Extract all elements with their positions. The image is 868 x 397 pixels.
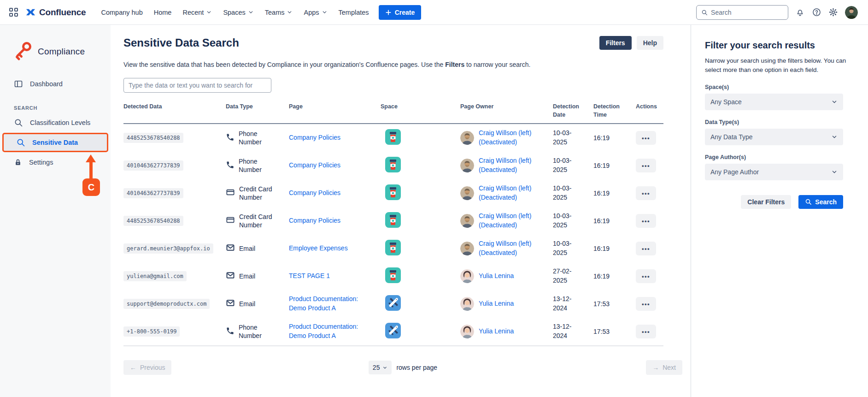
user-avatar[interactable]: [845, 6, 858, 19]
nav-item-label: Templates: [339, 9, 369, 16]
rows-per-page-select[interactable]: 25: [369, 361, 392, 374]
detected-data-cell: 4485253678540288: [123, 216, 226, 226]
help-button[interactable]: Help: [637, 36, 663, 50]
nav-item[interactable]: Recent: [177, 6, 217, 19]
global-search-input[interactable]: [711, 9, 783, 16]
nav-item-label: Apps: [304, 9, 319, 16]
help-button-topnav[interactable]: [812, 7, 821, 17]
row-actions-button[interactable]: •••: [636, 214, 656, 228]
row-actions-button[interactable]: •••: [636, 297, 656, 311]
page-owner-link[interactable]: Craig Willson (left) (Deactivated): [479, 129, 549, 147]
page-owner-link[interactable]: Craig Willson (left) (Deactivated): [479, 156, 549, 174]
detected-data-cell: +1-800-555-0199: [123, 326, 226, 337]
row-actions-button[interactable]: •••: [636, 269, 656, 283]
app-switcher-icon[interactable]: [9, 8, 18, 17]
space-avatar[interactable]: [385, 323, 401, 338]
sidebar-item-label: Settings: [29, 159, 53, 166]
clear-filters-button[interactable]: Clear Filters: [741, 195, 791, 209]
column-header[interactable]: Detection Time: [593, 103, 636, 119]
page-owner-cell: Yulia Lenina: [460, 297, 553, 311]
nav-item[interactable]: Spaces: [218, 6, 258, 19]
space-cell: [381, 212, 460, 230]
page-link[interactable]: Product Documentation: Demo Product A: [289, 295, 368, 313]
nav-item[interactable]: Apps: [299, 6, 332, 19]
space-avatar[interactable]: [385, 157, 401, 172]
previous-page-button[interactable]: ←Previous: [123, 360, 171, 375]
detection-date-cell: 10-03-2025: [553, 156, 593, 174]
confluence-logo[interactable]: Confluence: [25, 7, 86, 18]
column-header[interactable]: Actions: [636, 103, 663, 119]
detected-data-value: 4010463627737839: [123, 188, 183, 198]
detected-data-cell: gerard.meunier3@appfox.io: [123, 243, 226, 254]
space-avatar[interactable]: [385, 184, 401, 200]
detected-data-cell: support@demoproductx.com: [123, 299, 226, 309]
sidebar-item-classification-levels[interactable]: Classification Levels: [0, 114, 111, 131]
column-header[interactable]: Data Type: [226, 103, 289, 119]
column-header[interactable]: Detected Data: [123, 103, 226, 119]
page-cell: TEST PAGE 1: [289, 272, 381, 281]
detection-time-cell: 16:19: [593, 190, 636, 197]
nav-item-label: Spaces: [223, 9, 245, 16]
page-link[interactable]: Company Policies: [289, 216, 340, 225]
filter-search-button[interactable]: Search: [798, 195, 843, 209]
table-row: 4010463627737839 Credit Card Number Comp…: [123, 179, 663, 207]
craig-avatar-image: [460, 131, 474, 145]
row-actions-button[interactable]: •••: [636, 131, 656, 145]
settings-gear-button[interactable]: [828, 7, 838, 17]
page-link[interactable]: Product Documentation: Demo Product A: [289, 322, 368, 340]
space-avatar[interactable]: [385, 295, 401, 311]
next-page-button[interactable]: →Next: [646, 360, 682, 375]
data-search-input[interactable]: [123, 78, 271, 93]
nav-item[interactable]: Company hub: [96, 6, 147, 19]
page-owner-link[interactable]: Yulia Lenina: [479, 299, 514, 308]
space-avatar[interactable]: [385, 267, 401, 283]
row-actions-button[interactable]: •••: [636, 325, 656, 338]
page-owner-link[interactable]: Craig Willson (left) (Deactivated): [479, 184, 549, 202]
filter-fields: Space(s) Any Space Data Type(s) Any Data…: [705, 84, 868, 180]
create-button[interactable]: Create: [379, 5, 422, 20]
page-owner-link[interactable]: Craig Willson (left) (Deactivated): [479, 239, 549, 257]
filters-button[interactable]: Filters: [599, 36, 632, 50]
page-owner-link[interactable]: Yulia Lenina: [479, 272, 514, 281]
space-avatar[interactable]: [385, 212, 401, 228]
page-link[interactable]: TEST PAGE 1: [289, 272, 330, 281]
nav-item[interactable]: Teams: [260, 6, 298, 19]
column-header[interactable]: Space: [381, 103, 460, 119]
key-icon: [13, 41, 33, 63]
sidebar-item-sensitive-data[interactable]: Sensitive Data: [4, 134, 107, 151]
actions-cell: •••: [636, 186, 663, 200]
space-avatar[interactable]: [385, 129, 401, 145]
row-actions-button[interactable]: •••: [636, 159, 656, 172]
page-link[interactable]: Employee Expenses: [289, 244, 348, 253]
yulia-avatar-image: [460, 325, 474, 338]
column-header[interactable]: Detection Date: [553, 103, 593, 119]
nav-item[interactable]: Home: [149, 6, 177, 19]
filter-field-select[interactable]: Any Page Author: [705, 164, 843, 180]
row-actions-button[interactable]: •••: [636, 242, 656, 255]
page: Confluence Company hub Home Recent: [0, 0, 868, 397]
airplane-icon: [385, 295, 401, 311]
page-cell: Employee Expenses: [289, 244, 381, 253]
row-actions-button[interactable]: •••: [636, 186, 656, 200]
email-icon: [226, 243, 235, 252]
detected-data-value: 4010463627737839: [123, 160, 183, 171]
page-owner-link[interactable]: Yulia Lenina: [479, 327, 514, 336]
data-type-icon-wrap: [226, 271, 235, 282]
filter-field-select[interactable]: Any Data Type: [705, 129, 843, 145]
filter-field-select[interactable]: Any Space: [705, 94, 843, 110]
page-link[interactable]: Company Policies: [289, 133, 340, 142]
column-header[interactable]: Page: [289, 103, 381, 119]
page-link[interactable]: Company Policies: [289, 161, 340, 170]
column-header[interactable]: Page Owner: [460, 103, 553, 119]
space-avatar[interactable]: [385, 240, 401, 255]
actions-cell: •••: [636, 297, 663, 311]
coffee-cup-icon: [385, 212, 401, 228]
sidebar-item-dashboard[interactable]: Dashboard: [0, 76, 111, 92]
page-owner-link[interactable]: Craig Willson (left) (Deactivated): [479, 212, 549, 230]
notifications-button[interactable]: [795, 7, 805, 17]
data-type-icon-wrap: [226, 188, 235, 199]
phone-icon: [226, 133, 235, 142]
page-link[interactable]: Company Policies: [289, 189, 340, 198]
nav-item[interactable]: Templates: [334, 6, 374, 19]
email-icon: [226, 298, 235, 308]
